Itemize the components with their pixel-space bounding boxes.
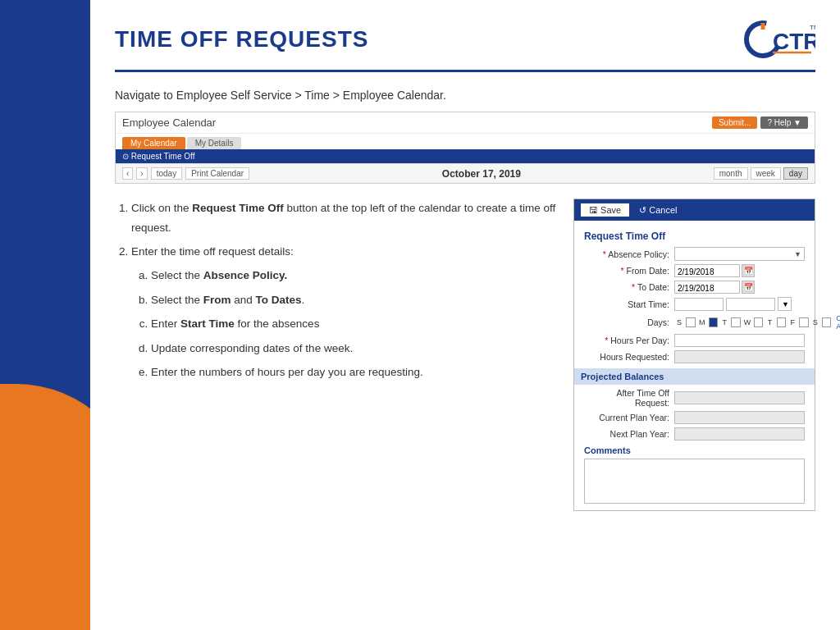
from-date-input[interactable]: 2/19/2018 xyxy=(674,264,740,277)
sub-a: Select the Absence Policy. xyxy=(151,265,557,286)
cal-tabs: My Calendar My Details xyxy=(116,134,815,149)
hours-per-day-row: * Hours Per Day: xyxy=(584,334,805,347)
nav-instruction: Navigate to Employee Self Service > Time… xyxy=(115,89,815,102)
tab-my-details[interactable]: My Details xyxy=(187,137,242,149)
cal-date-display: October 17, 2019 xyxy=(442,168,521,180)
form-mockup: 🖫 Save ↺ Cancel Request Time Off * Absen… xyxy=(573,199,815,511)
day-sun-check[interactable] xyxy=(686,317,695,327)
form-body: Request Time Off * Absence Policy: ▼ * F… xyxy=(574,221,815,510)
page-header: TIME OFF REQUESTS CTR TM xyxy=(115,16,815,72)
to-date-input[interactable]: 2/19/2018 xyxy=(674,281,740,294)
projected-balances-section: Projected Balances xyxy=(574,368,815,385)
sub-b: Select the From and To Dates. xyxy=(151,290,557,311)
cal-view-month[interactable]: month xyxy=(714,167,748,180)
sub-a-bold: Absence Policy. xyxy=(203,269,288,281)
check-all-link[interactable]: Check All xyxy=(836,314,840,331)
start-time-label: Start Time: xyxy=(584,299,674,309)
absence-policy-arrow: ▼ xyxy=(794,250,801,258)
cal-nav-left: ‹ › today Print Calendar xyxy=(122,167,249,180)
to-date-calendar-icon[interactable]: 📅 xyxy=(742,281,755,294)
start-time-row: Start Time: ▼ xyxy=(584,297,805,311)
cal-header: Employee Calendar Submit... ? Help ▼ xyxy=(116,112,815,134)
start-time-input[interactable] xyxy=(674,298,724,311)
cal-header-btns: Submit... ? Help ▼ xyxy=(712,116,808,129)
instructions-section: Click on the Request Time Off button at … xyxy=(115,199,815,511)
start-time-select[interactable]: ▼ xyxy=(778,297,792,311)
next-plan-row: Next Plan Year: xyxy=(584,427,805,441)
svg-text:TM: TM xyxy=(810,24,815,31)
after-time-off-row: After Time Off Request: xyxy=(584,388,805,408)
hours-per-day-label: * Hours Per Day: xyxy=(584,336,674,345)
day-wed-check[interactable] xyxy=(754,317,763,327)
day-tue-check[interactable] xyxy=(731,317,740,327)
request-time-off-btn[interactable]: ⊙ Request Time Off xyxy=(122,152,194,161)
sub-c: Enter Start Time for the absences xyxy=(151,313,557,335)
day-fri-check[interactable] xyxy=(799,317,808,327)
sub-b-to: To Dates xyxy=(256,294,302,306)
from-date-row: * From Date: 2/19/2018 📅 xyxy=(584,264,805,277)
projected-balances-title: Projected Balances xyxy=(581,372,664,381)
sub-list: Select the Absence Policy. Select the Fr… xyxy=(131,265,557,383)
cal-view-week[interactable]: week xyxy=(751,167,781,180)
absence-policy-select[interactable]: ▼ xyxy=(674,247,805,261)
hours-per-day-input[interactable] xyxy=(674,334,805,347)
sub-d: Update corresponding dates of the week. xyxy=(151,338,557,359)
after-time-off-label: After Time Off Request: xyxy=(584,388,674,408)
ctr-logo: CTR TM xyxy=(742,16,815,62)
absence-policy-label: * Absence Policy: xyxy=(584,249,674,259)
tab-my-calendar[interactable]: My Calendar xyxy=(122,137,185,149)
days-label: Days: xyxy=(584,317,674,327)
calendar-mockup: Employee Calendar Submit... ? Help ▼ My … xyxy=(115,112,815,184)
days-row: Days: S M T W T F xyxy=(584,314,805,331)
absence-policy-row: * Absence Policy: ▼ xyxy=(584,247,805,261)
cal-submit-btn[interactable]: Submit... xyxy=(712,116,757,129)
comments-textarea[interactable] xyxy=(584,459,805,504)
step-list: Click on the Request Time Off button at … xyxy=(115,199,557,383)
from-date-label: * From Date: xyxy=(584,266,674,276)
hours-requested-input xyxy=(674,350,805,363)
cal-help-btn[interactable]: ? Help ▼ xyxy=(760,116,808,129)
projected-balances-fields: After Time Off Request: Current Plan Yea… xyxy=(584,385,805,441)
hours-requested-row: Hours Requested: xyxy=(584,350,805,363)
form-section-title: Request Time Off xyxy=(584,231,805,242)
step-2: Enter the time off request details: Sele… xyxy=(131,242,557,384)
main-content: TIME OFF REQUESTS CTR TM Navigate to Emp… xyxy=(90,0,840,630)
save-button[interactable]: 🖫 Save xyxy=(581,203,629,217)
to-date-label: * To Date: xyxy=(584,282,674,292)
cal-view-day[interactable]: day xyxy=(783,167,808,180)
form-panel: 🖫 Save ↺ Cancel Request Time Off * Absen… xyxy=(573,199,815,511)
sub-c-bold: Start Time xyxy=(180,317,235,330)
to-date-row: * To Date: 2/19/2018 📅 xyxy=(584,281,805,294)
cal-nav-bar: ‹ › today Print Calendar October 17, 201… xyxy=(116,163,815,183)
cal-print-btn[interactable]: Print Calendar xyxy=(185,167,249,180)
cal-request-bar[interactable]: ⊙ Request Time Off xyxy=(116,149,815,163)
days-checkboxes: S M T W T F S xyxy=(674,314,840,331)
day-mon-check[interactable] xyxy=(709,317,718,327)
start-time-ampm[interactable] xyxy=(726,298,775,311)
form-toolbar: 🖫 Save ↺ Cancel xyxy=(574,199,815,221)
step1-pre: Click on the xyxy=(131,202,192,214)
from-date-calendar-icon[interactable]: 📅 xyxy=(742,264,755,277)
day-thu-check[interactable] xyxy=(777,317,786,327)
instructions-left: Click on the Request Time Off button at … xyxy=(115,199,557,511)
cal-next-btn[interactable]: › xyxy=(136,167,147,180)
next-plan-label: Next Plan Year: xyxy=(584,429,674,439)
cal-view-btns: month week day xyxy=(714,167,808,180)
step1-bold: Request Time Off xyxy=(192,202,284,214)
cancel-button[interactable]: ↺ Cancel xyxy=(639,205,677,216)
cal-header-title: Employee Calendar xyxy=(122,116,216,129)
day-sat-check[interactable] xyxy=(822,317,831,327)
sub-e: Enter the numbers of hours per day you a… xyxy=(151,362,557,383)
comments-title: Comments xyxy=(584,445,805,455)
next-plan-input xyxy=(674,427,805,441)
current-plan-input xyxy=(674,411,805,424)
svg-text:CTR: CTR xyxy=(773,29,815,54)
cal-prev-btn[interactable]: ‹ xyxy=(122,167,133,180)
current-plan-label: Current Plan Year: xyxy=(584,413,674,422)
step-1: Click on the Request Time Off button at … xyxy=(131,199,557,239)
current-plan-row: Current Plan Year: xyxy=(584,411,805,424)
sub-b-from: From xyxy=(203,294,231,306)
hours-requested-label: Hours Requested: xyxy=(584,352,674,362)
logo-container: CTR TM xyxy=(742,16,815,62)
cal-today-btn[interactable]: today xyxy=(151,167,182,180)
